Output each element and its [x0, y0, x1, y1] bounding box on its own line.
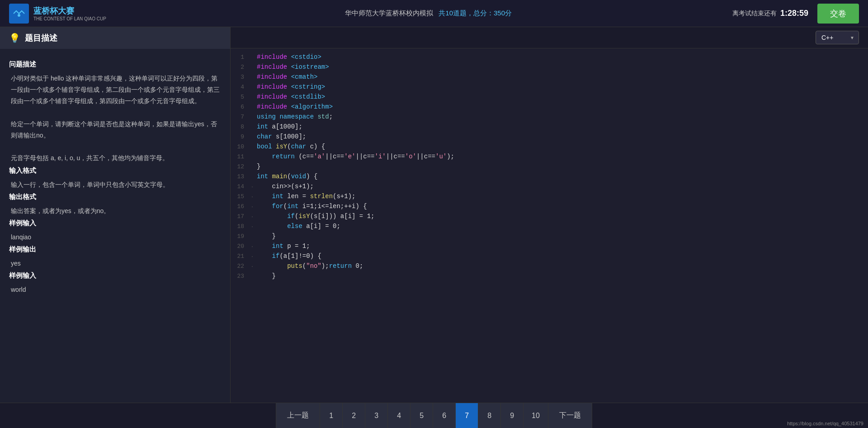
- page-btn-6[interactable]: 6: [433, 403, 456, 428]
- language-select[interactable]: C++ Java Python3: [816, 31, 859, 44]
- code-line: 15 · int len = strlen(s+1);: [231, 192, 868, 202]
- contest-name: 华中师范大学蓝桥杯校内模拟: [345, 9, 433, 17]
- left-panel: 💡 题目描述 问题描述 小明对类似于 hello 这种单词非常感兴趣，这种单词可…: [0, 27, 231, 403]
- timer-area: 离考试结束还有 1:28:59: [732, 9, 808, 18]
- code-line: 8 int a[1000];: [231, 123, 868, 133]
- sample-input1-value: lanqiao: [9, 232, 221, 243]
- code-line: 16 · for(int i=1;i<=len;++i) {: [231, 202, 868, 212]
- code-line: 7 using namespace std;: [231, 113, 868, 123]
- section-content-input: 输入一行，包含一个单词，单词中只包含小写英文字母。: [9, 179, 221, 190]
- section-title-sample-in2: 样例输入: [9, 269, 221, 281]
- bottom-navigation: 上一题 1 2 3 4 5 6 7 8 9 10 下一题: [0, 403, 868, 428]
- logo-subtitle: THE CONTEST OF LAN QIAO CUP: [33, 16, 106, 21]
- page-btn-10[interactable]: 10: [524, 403, 548, 428]
- main-content: 💡 题目描述 问题描述 小明对类似于 hello 这种单词非常感兴趣，这种单词可…: [0, 27, 868, 403]
- code-line: 23 }: [231, 272, 868, 282]
- panel-title-bar: 💡 题目描述: [0, 27, 230, 49]
- page-btn-8[interactable]: 8: [478, 403, 501, 428]
- code-editor[interactable]: 1 #include <cstdio> 2 #include <iostream…: [231, 48, 868, 403]
- question-info[interactable]: 共10道题，总分：350分: [439, 9, 512, 17]
- sample-output1-section: 样例输出 yes: [9, 243, 221, 269]
- editor-toolbar: C++ Java Python3: [231, 27, 868, 48]
- section-title-output: 输出格式: [9, 190, 221, 203]
- panel-title-icon: 💡: [9, 33, 20, 43]
- code-line: 14 · cin>>(s+1);: [231, 182, 868, 192]
- panel-content[interactable]: 问题描述 小明对类似于 hello 这种单词非常感兴趣，这种单词可以正好分为四段…: [0, 49, 230, 403]
- code-line: 21 · if(a[1]!=0) {: [231, 252, 868, 262]
- sample-input1-section: 样例输入 lanqiao: [9, 217, 221, 243]
- section-content-output: 输出答案，或者为yes，或者为no。: [9, 205, 221, 217]
- code-line: 17 · if(isY(s[i])) a[i] = 1;: [231, 212, 868, 222]
- panel-title-text: 题目描述: [25, 33, 57, 43]
- page-btn-5[interactable]: 5: [410, 403, 433, 428]
- section-title-sample-in1: 样例输入: [9, 217, 221, 229]
- code-line: 22 · puts("no");return 0;: [231, 262, 868, 272]
- code-line: 13 int main(void) {: [231, 172, 868, 182]
- output-format-section: 输出格式 输出答案，或者为yes，或者为no。: [9, 190, 221, 217]
- logo-area: 蓝桥杯大赛 THE CONTEST OF LAN QIAO CUP: [9, 4, 106, 24]
- page-btn-3[interactable]: 3: [365, 403, 388, 428]
- section-title-problem: 问题描述: [9, 58, 221, 70]
- prev-button[interactable]: 上一题: [276, 403, 320, 428]
- input-format-section: 输入格式 输入一行，包含一个单词，单词中只包含小写英文字母。: [9, 164, 221, 190]
- problem-desc-section: 问题描述 小明对类似于 hello 这种单词非常感兴趣，这种单词可以正好分为四段…: [9, 58, 221, 164]
- sample-output1-value: yes: [9, 258, 221, 269]
- top-header: 蓝桥杯大赛 THE CONTEST OF LAN QIAO CUP 华中师范大学…: [0, 0, 868, 27]
- header-center: 华中师范大学蓝桥杯校内模拟 共10道题，总分：350分: [124, 9, 732, 18]
- code-line: 9 char s[1000];: [231, 133, 868, 143]
- page-btn-7[interactable]: 7: [456, 403, 478, 428]
- page-btn-9[interactable]: 9: [501, 403, 524, 428]
- section-title-sample-out1: 样例输出: [9, 243, 221, 255]
- sample-input2-value: world: [9, 284, 221, 295]
- page-btn-4[interactable]: 4: [388, 403, 410, 428]
- code-line: 20 · int p = 1;: [231, 242, 868, 252]
- code-line: 3 #include <cmath>: [231, 73, 868, 83]
- header-right: 离考试结束还有 1:28:59 交卷: [732, 4, 859, 24]
- code-line: 19 }: [231, 232, 868, 242]
- code-line: 1 #include <cstdio>: [231, 53, 868, 63]
- code-line: 18 · else a[i] = 0;: [231, 222, 868, 232]
- bottom-right-info: https://blog.csdn.net/qq_40531479: [787, 421, 863, 426]
- code-line: 2 #include <iostream>: [231, 63, 868, 73]
- submit-button[interactable]: 交卷: [817, 4, 859, 24]
- code-line: 10 bool isY(char c) {: [231, 143, 868, 152]
- code-line: 4 #include <cstring>: [231, 83, 868, 93]
- section-title-input: 输入格式: [9, 164, 221, 176]
- timer-value: 1:28:59: [780, 9, 808, 18]
- svg-point-1: [18, 14, 20, 17]
- code-line: 5 #include <cstdlib>: [231, 93, 868, 103]
- code-line: 6 #include <algorithm>: [231, 103, 868, 113]
- page-btn-2[interactable]: 2: [343, 403, 365, 428]
- timer-label: 离考试结束还有: [732, 10, 777, 18]
- code-line: 11 return (c=='a'||c=='e'||c=='i'||c=='o…: [231, 152, 868, 162]
- sample-input2-section: 样例输入 world: [9, 269, 221, 295]
- right-panel: C++ Java Python3 1 #include <cstdio> 2 #…: [231, 27, 868, 403]
- section-content-problem: 小明对类似于 hello 这种单词非常感兴趣，这种单词可以正好分为四段，第一段由…: [9, 73, 221, 164]
- page-btn-1[interactable]: 1: [320, 403, 343, 428]
- logo-title: 蓝桥杯大赛: [33, 5, 106, 16]
- next-button[interactable]: 下一题: [548, 403, 592, 428]
- code-line: 12 }: [231, 162, 868, 172]
- logo-text: 蓝桥杯大赛 THE CONTEST OF LAN QIAO CUP: [33, 5, 106, 21]
- logo-icon: [9, 4, 29, 24]
- language-selector-wrapper[interactable]: C++ Java Python3: [816, 31, 859, 44]
